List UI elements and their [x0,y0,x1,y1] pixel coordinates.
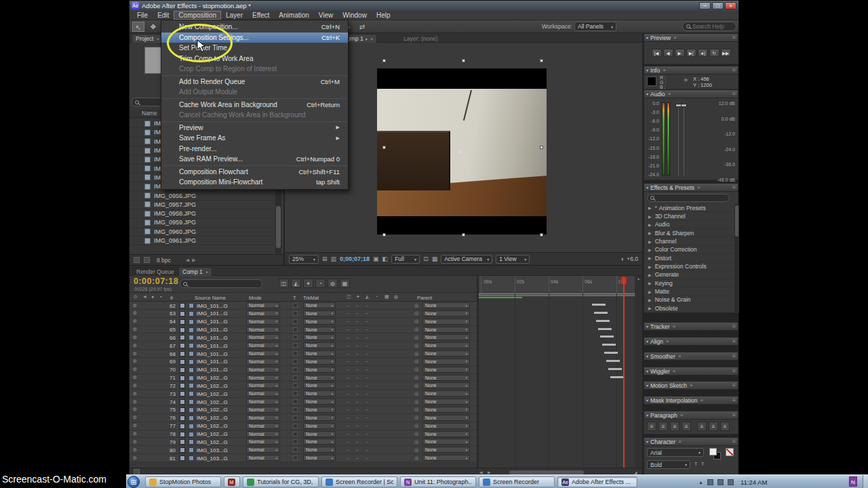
close-icon[interactable]: × [678,353,682,359]
label-color-chip[interactable] [180,319,185,325]
label-color-chip[interactable] [180,424,185,429]
mode-select[interactable]: Normal▾ [246,407,280,413]
tray-icon[interactable] [707,479,713,485]
parent-select[interactable]: None▾ [422,350,470,357]
collapse-triangle-icon[interactable]: ▾ [646,92,648,96]
paragraph-align-button-7[interactable]: ≡ [720,422,730,431]
preserve-transparency-toggle[interactable] [293,391,298,396]
close-icon[interactable]: × [668,91,671,97]
label-color-chip[interactable] [180,447,185,453]
close-icon[interactable]: × [690,382,693,388]
label-color-chip[interactable] [180,375,185,381]
parent-pickwhip-icon[interactable]: ◎ [414,455,418,461]
video-visible-icon[interactable]: ⊙ [133,375,137,380]
video-visible-icon[interactable]: ⊙ [133,455,137,461]
layer-row[interactable]: ⊙79IMG_102...GNormal▾None▾‒‒‒◎None▾ [130,438,477,446]
help-search-input[interactable] [692,23,733,30]
tray-icon[interactable] [717,479,724,485]
collapse-triangle-icon[interactable]: ▾ [646,68,648,73]
selection-handle[interactable] [540,59,543,62]
video-visible-icon[interactable]: ⊙ [133,359,137,364]
parent-select[interactable]: None▾ [422,382,470,388]
label-color-chip[interactable] [180,351,185,357]
label-color-chip[interactable] [180,335,185,340]
label-color-chip[interactable] [180,391,185,396]
panel-tracker[interactable]: ▾Tracker×≡ [644,322,738,331]
trkmat-select[interactable]: None▾ [303,390,336,396]
collapse-triangle-icon[interactable]: ▾ [646,354,648,359]
region-of-interest-icon[interactable]: ⊡ [423,256,429,262]
layer-duration-bar[interactable] [592,304,606,306]
current-time-indicator-line[interactable] [623,277,625,468]
trkmat-select[interactable]: None▾ [303,399,336,405]
parent-select[interactable]: None▾ [422,310,470,317]
fill-color-swatch[interactable] [709,448,717,455]
menu-item-composition-flowchart[interactable]: Composition FlowchartCtrl+Shift+F11 [161,167,348,178]
preserve-transparency-toggle[interactable] [293,439,298,444]
parent-select[interactable]: None▾ [422,447,470,453]
panel-info[interactable]: ▾ Info × ≡ [644,66,738,75]
trkmat-select[interactable]: None▾ [303,350,336,357]
close-icon[interactable]: × [205,269,209,275]
collapse-triangle-icon[interactable]: ▾ [646,339,648,344]
video-visible-icon[interactable]: ⊙ [133,343,137,348]
work-area-bar[interactable] [479,293,635,296]
mode-select[interactable]: Normal▾ [246,327,280,333]
motion-blur-icon[interactable]: ◍ [328,279,338,288]
tab-comp-1-timeline[interactable]: Comp 1 × [178,267,212,276]
tab-project[interactable]: Project × [132,34,163,43]
close-icon[interactable]: × [666,338,669,344]
parent-select[interactable]: None▾ [422,399,470,405]
layer-switches[interactable]: ‒‒‒ [347,391,375,396]
parent-pickwhip-icon[interactable]: ◎ [414,447,418,453]
close-icon[interactable]: × [673,323,676,329]
show-desktop-button[interactable] [863,475,868,488]
help-search-box[interactable] [682,22,736,31]
parent-select[interactable]: None▾ [422,431,470,437]
snapshot-icon[interactable]: ▣ [373,256,379,262]
ram-preview-button[interactable]: ▶▶ [721,49,731,57]
layer-switches[interactable]: ‒‒‒ [347,367,375,371]
preserve-transparency-toggle[interactable] [293,407,298,412]
video-visible-icon[interactable]: ⊙ [133,399,137,405]
column-header-parent[interactable]: Parent [417,295,432,301]
layer-switches[interactable]: ‒‒‒ [347,310,375,315]
footer-scroll-arrows[interactable]: ◀▶ [186,258,199,263]
menu-layer[interactable]: Layer [221,11,248,20]
layer-duration-bar[interactable] [598,328,612,330]
label-color-chip[interactable] [180,455,185,461]
draft-3d-icon[interactable]: ◭ [291,279,301,288]
resize-grip-icon[interactable]: ◢ [634,470,637,474]
layer-row[interactable]: ⊙62IMG_101...GNormal▾None▾‒‒‒◎None▾ [130,302,477,310]
menu-file[interactable]: File [132,11,153,20]
trkmat-select[interactable]: None▾ [303,359,336,365]
parent-select[interactable]: None▾ [422,375,470,381]
parent-select[interactable]: None▾ [422,407,470,413]
timeline-search-input[interactable] [189,281,259,287]
parent-select[interactable]: None▾ [422,415,470,421]
parent-select[interactable]: None▾ [422,455,470,461]
parent-pickwhip-icon[interactable]: ◎ [414,431,418,436]
layer-switches[interactable]: ‒‒‒ [347,439,375,444]
parent-pickwhip-icon[interactable]: ◎ [414,367,418,372]
selection-handle[interactable] [462,233,465,237]
collapse-triangle-icon[interactable]: ▾ [646,35,648,40]
panel-mask-interpolation[interactable]: ▾Mask Interpolation×≡ [644,396,738,405]
parent-pickwhip-icon[interactable]: ◎ [414,343,418,348]
video-visible-icon[interactable]: ⊙ [133,310,137,316]
mode-select[interactable]: Normal▾ [246,302,280,308]
video-visible-icon[interactable]: ⊙ [133,383,137,388]
hand-tool-icon[interactable]: ✥ [147,22,159,32]
preserve-transparency-toggle[interactable] [293,415,298,420]
preserve-transparency-toggle[interactable] [293,343,298,348]
effects-category-animation-presets[interactable]: ▶*Animation Presets [644,204,734,212]
layer-row[interactable]: ⊙75IMG_102...GNormal▾None▾‒‒‒◎None▾ [130,406,477,414]
trkmat-select[interactable]: None▾ [303,439,336,445]
taskbar-button-adobe-after-effects[interactable]: AeAdobe After Effects ... [557,476,637,487]
layer-row[interactable]: ⊙66IMG_101...GNormal▾None▾‒‒‒◎None▾ [130,333,477,342]
panel-menu-icon[interactable]: ≡ [732,412,736,418]
effects-category-3d-channel[interactable]: ▶3D Channel [644,212,734,220]
trkmat-select[interactable]: None▾ [303,310,336,317]
title-bar[interactable]: Ae Adobe After Effects - stopmotion.aep … [130,1,738,11]
parent-select[interactable]: None▾ [422,439,470,445]
